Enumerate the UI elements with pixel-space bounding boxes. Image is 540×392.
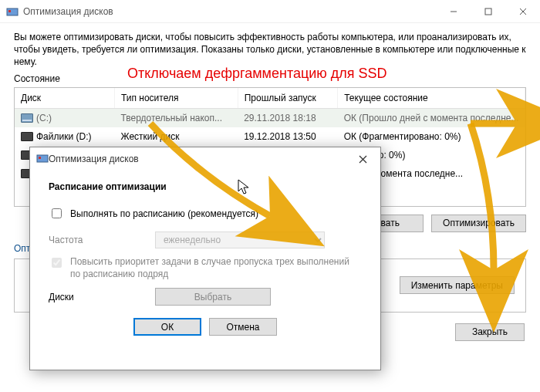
state-label: Состояние: [14, 73, 526, 84]
priority-label: Повысить приоритет задачи в случае пропу…: [70, 256, 362, 280]
choose-disks-button[interactable]: Выбрать: [155, 288, 271, 306]
cell-media: Твердотельный накоп...: [114, 108, 238, 127]
maximize-button[interactable]: [471, 0, 505, 23]
intro-text: Вы можете оптимизировать диски, чтобы по…: [14, 31, 526, 69]
cell-last: 29.11.2018 18:18: [238, 108, 338, 127]
th-last-run[interactable]: Прошлый запуск: [238, 88, 338, 109]
frequency-select[interactable]: еженедельно: [155, 231, 325, 248]
drive-icon: [21, 113, 33, 123]
th-disk[interactable]: Диск: [15, 88, 114, 109]
table-row[interactable]: Файлики (D:) Жесткий диск 19.12.2018 13:…: [15, 127, 525, 146]
disks-label: Диски: [49, 292, 149, 302]
th-status[interactable]: Текущее состояние: [338, 88, 525, 109]
minimize-button[interactable]: [436, 0, 471, 23]
close-button[interactable]: [505, 0, 540, 23]
cell-status: ОК (Прошло дней с момента последне...: [338, 108, 525, 127]
window-controls: [436, 0, 540, 23]
table-row[interactable]: (C:) Твердотельный накоп... 29.11.2018 1…: [15, 108, 525, 127]
titlebar: Оптимизация дисков: [0, 0, 540, 23]
app-icon: [6, 5, 19, 18]
schedule-dialog: Оптимизация дисков Расписание оптимизаци…: [29, 147, 381, 370]
dialog-close-button[interactable]: [351, 147, 374, 171]
cancel-button[interactable]: Отмена: [209, 318, 277, 336]
svg-rect-1: [8, 10, 11, 12]
dialog-title: Оптимизация дисков: [49, 154, 351, 164]
close-window-button[interactable]: Закрыть: [455, 323, 525, 341]
cell-disk: Файлики (D:): [36, 131, 91, 142]
ok-button[interactable]: ОК: [133, 318, 201, 336]
app-icon: [36, 152, 49, 167]
change-params-button[interactable]: Изменить параметры: [400, 276, 515, 294]
cell-status: ОК (Фрагментировано: 0%): [338, 127, 525, 146]
frequency-label: Частота: [49, 235, 149, 245]
dialog-heading: Расписание оптимизации: [49, 181, 362, 192]
cell-media: Жесткий диск: [114, 127, 238, 146]
optimize-button[interactable]: Оптимизировать: [431, 215, 526, 232]
dialog-titlebar: Оптимизация дисков: [30, 147, 380, 171]
priority-checkbox: [52, 258, 62, 268]
cell-last: 19.12.2018 13:50: [238, 127, 338, 146]
cell-disk: (C:): [36, 113, 52, 123]
th-media[interactable]: Тип носителя: [114, 88, 238, 109]
window-title: Оптимизация дисков: [23, 6, 436, 17]
svg-rect-3: [485, 8, 491, 15]
schedule-checkbox[interactable]: [52, 208, 62, 218]
schedule-checkbox-label: Выполнять по расписанию (рекомендуется): [70, 208, 258, 219]
drive-icon: [21, 132, 33, 141]
svg-rect-7: [39, 157, 41, 159]
